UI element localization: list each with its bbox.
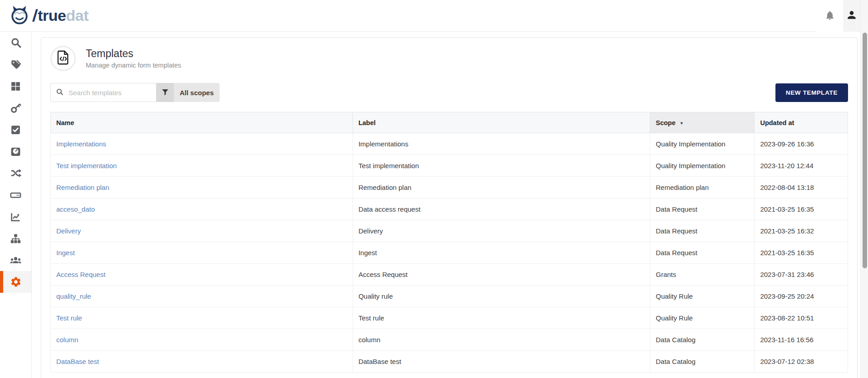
- table-row: Remediation planRemediation planRemediat…: [51, 177, 848, 199]
- cell-scope: Data Request: [650, 220, 755, 242]
- cell-updated-at: 2021-03-25 16:32: [755, 220, 848, 242]
- main-content: Templates Manage dynamic form templates …: [32, 32, 860, 378]
- cell-label: Implementations: [353, 133, 650, 155]
- app-header: / truedat: [0, 0, 868, 32]
- filter-button[interactable]: [156, 83, 174, 102]
- scrollbar-track[interactable]: [860, 0, 868, 378]
- table-row: Test ruleTest ruleQuality Rule2023-08-22…: [51, 307, 848, 329]
- template-name-link[interactable]: Delivery: [56, 227, 81, 235]
- sitemap-icon: [10, 233, 21, 244]
- scrollbar-thumb[interactable]: [863, 33, 867, 268]
- sort-desc-icon: ▼: [680, 121, 684, 126]
- template-name-link[interactable]: Test rule: [56, 314, 82, 322]
- sidebar-item-search[interactable]: [0, 32, 31, 53]
- sidebar-item-hierarchy[interactable]: [0, 228, 31, 249]
- logo-text-primary: true: [38, 7, 66, 24]
- column-header-scope[interactable]: Scope▼: [650, 112, 755, 133]
- template-name-link[interactable]: column: [56, 336, 78, 344]
- column-header-name[interactable]: Name: [51, 112, 353, 133]
- cell-name: acceso_dato: [51, 199, 353, 220]
- chart-line-icon: [10, 211, 21, 223]
- cell-label: DataBase test: [353, 351, 650, 373]
- cell-updated-at: 2023-11-16 16:56: [755, 329, 848, 351]
- hard-drive-icon: [10, 189, 22, 201]
- cell-updated-at: 2023-09-25 20:24: [755, 286, 848, 307]
- page-title: Templates: [86, 48, 181, 59]
- cell-name: Ingest: [51, 242, 353, 264]
- template-name-link[interactable]: acceso_dato: [56, 205, 95, 213]
- sidebar-item-keys[interactable]: [0, 97, 31, 119]
- cell-label: Remediation plan: [353, 177, 650, 199]
- search-icon: [10, 37, 22, 48]
- cell-updated-at: 2021-03-25 16:35: [755, 199, 848, 220]
- check-square-icon: [10, 124, 21, 136]
- sidebar-item-rules[interactable]: [0, 119, 31, 141]
- sidebar-item-users[interactable]: [0, 249, 31, 271]
- table-row: IngestIngestData Request2021-03-25 16:35: [51, 242, 848, 264]
- search-box: [50, 83, 156, 102]
- gauge-icon: [10, 146, 21, 157]
- sidebar-item-tags[interactable]: [0, 53, 31, 75]
- cell-label: Ingest: [353, 242, 650, 264]
- page-header-text: Templates Manage dynamic form templates: [86, 48, 181, 69]
- sidebar-item-settings[interactable]: [0, 271, 31, 293]
- template-name-link[interactable]: Test implementation: [56, 162, 117, 170]
- cell-name: Test rule: [51, 307, 353, 329]
- tags-icon: [10, 58, 22, 70]
- logo-wordmark: truedat: [38, 7, 88, 24]
- scope-filter-dropdown[interactable]: All scopes: [174, 83, 220, 102]
- cell-scope: Data Request: [650, 242, 755, 264]
- template-name-link[interactable]: quality_rule: [56, 292, 91, 300]
- cell-label: Access Request: [353, 264, 650, 286]
- table-row: ImplementationsImplementationsQuality Im…: [51, 133, 848, 155]
- sidebar-item-quality[interactable]: [0, 141, 31, 162]
- column-header-updated-at[interactable]: Updated at: [755, 112, 848, 133]
- table-row: acceso_datoData access requestData Reque…: [51, 199, 848, 220]
- funnel-icon: [161, 88, 169, 97]
- cell-label: Data access request: [353, 199, 650, 220]
- table-row: quality_ruleQuality ruleQuality Rule2023…: [51, 286, 848, 307]
- cell-scope: Grants: [650, 264, 755, 286]
- sidebar-item-lineage[interactable]: [0, 162, 31, 184]
- sidebar-item-systems[interactable]: [0, 184, 31, 206]
- logo-link[interactable]: / truedat: [9, 5, 88, 27]
- user-menu-button[interactable]: [843, 0, 860, 32]
- notifications-button[interactable]: [817, 0, 843, 32]
- cell-scope: Quality Rule: [650, 307, 755, 329]
- template-name-link[interactable]: DataBase test: [56, 358, 99, 365]
- new-template-button[interactable]: NEW TEMPLATE: [775, 83, 848, 102]
- sidebar-item-charts[interactable]: [0, 206, 31, 228]
- sidebar: [0, 32, 32, 378]
- gear-icon: [10, 276, 22, 288]
- template-table-body: ImplementationsImplementationsQuality Im…: [51, 133, 848, 373]
- search-icon: [56, 88, 64, 97]
- template-name-link[interactable]: Ingest: [56, 249, 75, 257]
- column-header-label: Label: [358, 119, 376, 126]
- table-row: DataBase testDataBase testData Catalog20…: [51, 351, 848, 373]
- column-header-label[interactable]: Label: [353, 112, 650, 133]
- cell-name: column: [51, 329, 353, 351]
- cell-scope: Quality Implementation: [650, 133, 755, 155]
- templates-table: Name Label Scope▼ Updated at Implementat…: [50, 112, 848, 373]
- cell-name: quality_rule: [51, 286, 353, 307]
- cell-scope: Data Request: [650, 199, 755, 220]
- cell-scope: Quality Rule: [650, 286, 755, 307]
- page-icon-circle: [50, 46, 76, 71]
- cell-updated-at: 2023-08-22 10:51: [755, 307, 848, 329]
- table-row: columncolumnData Catalog2023-11-16 16:56: [51, 329, 848, 351]
- header-actions: [817, 0, 860, 32]
- search-input[interactable]: [68, 88, 151, 97]
- logo-text-secondary: dat: [66, 7, 89, 24]
- template-name-link[interactable]: Implementations: [56, 140, 106, 148]
- cell-updated-at: 2023-11-20 12:44: [755, 155, 848, 177]
- cell-scope: Data Catalog: [650, 329, 755, 351]
- template-name-link[interactable]: Remediation plan: [56, 184, 109, 191]
- cell-scope: Data Catalog: [650, 351, 755, 373]
- template-name-link[interactable]: Access Request: [56, 271, 105, 278]
- column-header-label: Name: [56, 119, 74, 126]
- column-header-label: Updated at: [760, 119, 794, 126]
- table-row: Access RequestAccess RequestGrants2023-0…: [51, 264, 848, 286]
- sidebar-item-modules[interactable]: [0, 75, 31, 97]
- cell-updated-at: 2023-09-26 16:36: [755, 133, 848, 155]
- cell-label: Test implementation: [353, 155, 650, 177]
